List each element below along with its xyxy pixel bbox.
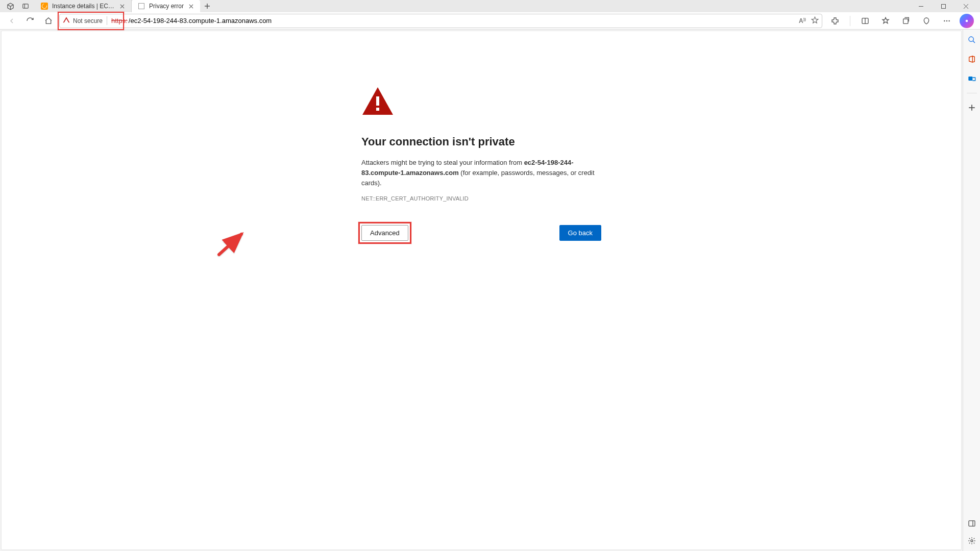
divider: [967, 93, 977, 93]
tab-privacy-error[interactable]: Privacy error: [132, 0, 200, 12]
security-label: Not secure: [73, 17, 103, 24]
close-icon[interactable]: [119, 3, 125, 9]
close-window-button[interactable]: [954, 0, 977, 12]
page-content: Your connection isn't private Attackers …: [1, 31, 962, 550]
office-icon[interactable]: [967, 54, 977, 64]
sidebar-toggle-icon[interactable]: [967, 518, 977, 529]
edge-sidebar: [963, 30, 980, 551]
tab-instance-details[interactable]: Instance details | EC2 | us-east-1: [35, 0, 132, 12]
svg-rect-1: [941, 4, 945, 8]
titlebar: Instance details | EC2 | us-east-1 Priva…: [0, 0, 980, 12]
search-icon[interactable]: [967, 35, 977, 45]
sidebar-bottom: [967, 518, 977, 546]
collections-icon[interactable]: [898, 13, 914, 29]
favorite-icon[interactable]: [811, 16, 819, 26]
svg-point-6: [944, 20, 945, 21]
tab-label: Privacy error: [149, 3, 184, 10]
svg-point-12: [969, 37, 973, 41]
read-aloud-icon[interactable]: A)): [799, 17, 806, 24]
go-back-button[interactable]: Go back: [559, 225, 601, 241]
outlook-icon[interactable]: [967, 73, 977, 84]
advanced-button[interactable]: Advanced: [361, 225, 408, 241]
page-heading: Your connection isn't private: [361, 135, 601, 148]
privacy-error-interstitial: Your connection isn't private Attackers …: [361, 86, 601, 202]
desc-prefix: Attackers might be trying to steal your …: [361, 159, 524, 166]
content-shell: Your connection isn't private Attackers …: [0, 30, 980, 551]
svg-rect-0: [23, 4, 29, 8]
address-bar[interactable]: Not secure https: /ec2-54-198-244-83.com…: [59, 14, 822, 28]
toolbar-right: [825, 13, 976, 29]
settings-icon[interactable]: [967, 536, 977, 546]
svg-rect-3: [66, 21, 66, 22]
toolbar: Not secure https: /ec2-54-198-244-83.com…: [0, 12, 980, 30]
browser-essentials-icon[interactable]: [919, 13, 934, 29]
svg-rect-14: [969, 521, 975, 527]
error-code: NET::ERR_CERT_AUTHORITY_INVALID: [361, 195, 601, 202]
svg-point-9: [966, 19, 968, 22]
security-chip[interactable]: Not secure: [63, 16, 107, 25]
warning-triangle-icon: [63, 16, 70, 25]
svg-rect-2: [66, 19, 66, 21]
copilot-button[interactable]: [960, 14, 974, 28]
close-icon[interactable]: [188, 3, 194, 9]
favorites-icon[interactable]: [878, 13, 893, 29]
home-button[interactable]: [41, 13, 56, 29]
divider: [850, 16, 850, 26]
button-row: Advanced Go back: [361, 225, 601, 241]
aws-favicon-icon: [41, 3, 48, 10]
addrbar-actions: A)): [799, 16, 819, 26]
svg-rect-10: [376, 96, 379, 106]
annotation-arrow: [215, 225, 251, 263]
svg-rect-13: [968, 77, 972, 81]
titlebar-left: [3, 2, 30, 10]
minimize-button[interactable]: [910, 0, 932, 12]
warning-triangle-icon: [361, 86, 601, 118]
back-button[interactable]: [4, 13, 19, 29]
tab-actions-icon[interactable]: [21, 2, 30, 10]
svg-rect-5: [903, 19, 908, 23]
svg-rect-11: [376, 108, 379, 111]
svg-point-8: [948, 20, 949, 21]
url-host: /ec2-54-198-244-83.compute-1.amazonaws.c…: [129, 17, 272, 24]
new-tab-button[interactable]: [200, 0, 214, 12]
blank-favicon-icon: [138, 3, 145, 10]
window-controls: [910, 0, 977, 12]
split-screen-icon[interactable]: [857, 13, 873, 29]
svg-point-7: [946, 20, 947, 21]
warning-description: Attackers might be trying to steal your …: [361, 158, 601, 188]
maximize-button[interactable]: [932, 0, 954, 12]
svg-point-15: [971, 540, 973, 542]
extensions-icon[interactable]: [827, 13, 843, 29]
refresh-button[interactable]: [22, 13, 38, 29]
workspace-icon[interactable]: [6, 2, 14, 10]
tab-strip: Instance details | EC2 | us-east-1 Priva…: [35, 0, 214, 12]
url-scheme: https:: [111, 17, 128, 24]
more-icon[interactable]: [939, 13, 954, 29]
tab-label: Instance details | EC2 | us-east-1: [52, 3, 115, 10]
add-icon[interactable]: [967, 103, 977, 113]
